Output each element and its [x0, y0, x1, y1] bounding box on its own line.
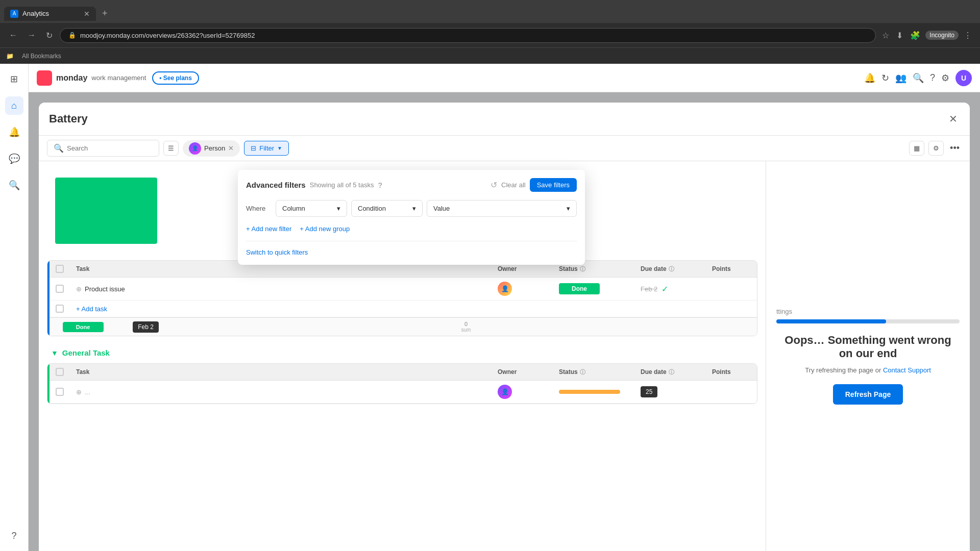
- extension-icon[interactable]: 🧩: [908, 29, 922, 42]
- filter-help-icon[interactable]: ?: [378, 181, 382, 189]
- incognito-icon: Incognito: [925, 31, 959, 40]
- td-owner-1: 👤: [492, 278, 553, 300]
- address-text: moodjoy.monday.com/overviews/263362?user…: [80, 32, 255, 39]
- see-plans-btn[interactable]: • See plans: [152, 71, 199, 85]
- top-search-icon[interactable]: 🔍: [913, 72, 924, 84]
- th-status-2-info-icon[interactable]: ⓘ: [580, 368, 585, 376]
- add-task-checkbox: [50, 300, 70, 317]
- search-icon: 🔍: [54, 143, 64, 153]
- add-group-btn[interactable]: + Add new group: [300, 223, 350, 235]
- table-1-inner: Task Owner Status ⓘ: [50, 261, 757, 336]
- tab-favicon: A: [10, 10, 18, 18]
- td-points-1: [706, 285, 757, 293]
- sidebar-bell-icon[interactable]: 🔔: [5, 123, 23, 141]
- owner-avatar-2: 👤: [498, 385, 512, 399]
- sidebar-grid-icon[interactable]: ⊞: [5, 70, 23, 88]
- group-collapse-icon[interactable]: ▼: [51, 349, 58, 357]
- forward-btn[interactable]: →: [24, 29, 39, 42]
- sidebar-home-icon[interactable]: ⌂: [5, 96, 23, 115]
- th-task-2-label: Task: [76, 368, 89, 375]
- top-update-icon[interactable]: ↻: [881, 72, 889, 84]
- bookmarks-folder-icon: 📁: [6, 53, 14, 60]
- modal-header: Battery ✕: [39, 103, 970, 136]
- clear-history-icon[interactable]: ↺: [491, 180, 497, 190]
- progress-bar-container: [776, 319, 960, 323]
- switch-quick-filter-btn[interactable]: Switch to quick filters: [246, 248, 308, 256]
- group-title: General Task: [62, 348, 110, 357]
- add-filter-btn[interactable]: + Add new filter: [246, 223, 291, 235]
- person-filter-remove[interactable]: ✕: [228, 144, 234, 152]
- modal-close-btn[interactable]: ✕: [947, 111, 960, 127]
- table-1-with-bar: Task Owner Status ⓘ: [47, 261, 757, 336]
- th-duedate-2-label: Due date: [641, 368, 667, 375]
- column-select[interactable]: Column ▾: [276, 200, 347, 217]
- app-top-bar: monday work management • See plans 🔔 ↻ 👥…: [29, 64, 980, 92]
- td-duedate-2: 25: [634, 382, 706, 402]
- status-badge-done[interactable]: Done: [559, 283, 600, 294]
- filter-btn[interactable]: ⊟ Filter ▼: [244, 141, 289, 156]
- tab-close-btn[interactable]: ✕: [84, 10, 90, 18]
- top-bell-icon[interactable]: 🔔: [864, 72, 875, 84]
- lock-icon: 🔒: [68, 32, 76, 39]
- add-task-checkbox-box[interactable]: [56, 305, 64, 313]
- value-select-arrow: ▾: [567, 205, 570, 212]
- modal-toolbar: 🔍 ☰ 👤 Person ✕ ⊟ Filter ▼ ▦ ⚙ •••: [39, 136, 970, 161]
- value-select[interactable]: Value ▾: [427, 200, 577, 217]
- add-task-label[interactable]: + Add task: [76, 305, 107, 313]
- top-settings-icon[interactable]: ⚙: [941, 72, 949, 84]
- back-btn[interactable]: ←: [6, 29, 20, 42]
- td-add-task[interactable]: + Add task: [70, 301, 757, 317]
- error-title: Oops… Something went wrong on our end: [776, 334, 960, 360]
- filter-showing-text: Showing all of 5 tasks: [310, 181, 374, 189]
- group-header[interactable]: ▼ General Task: [47, 342, 757, 363]
- th-duedate-2-info-icon[interactable]: ⓘ: [669, 368, 674, 376]
- all-bookmarks-link[interactable]: All Bookmarks: [22, 53, 61, 60]
- search-input[interactable]: [67, 144, 153, 152]
- row-checkbox-2[interactable]: [56, 388, 64, 396]
- search-box[interactable]: 🔍: [47, 140, 159, 157]
- table-header-2: Task Owner Status ⓘ: [50, 364, 757, 381]
- header-checkbox-1[interactable]: [56, 265, 64, 273]
- top-people-icon[interactable]: 👥: [895, 72, 906, 84]
- download-icon[interactable]: ⬇: [894, 29, 905, 42]
- sidebar-chat-icon[interactable]: 💬: [5, 149, 23, 168]
- refresh-page-btn[interactable]: Refresh Page: [833, 384, 903, 405]
- view-grid-btn[interactable]: ▦: [909, 141, 924, 156]
- refresh-btn[interactable]: ↻: [43, 29, 56, 42]
- task-name-2: ...: [85, 388, 90, 396]
- user-avatar[interactable]: U: [955, 70, 972, 86]
- address-bar[interactable]: 🔒 moodjoy.monday.com/overviews/263362?us…: [60, 28, 876, 43]
- top-help-icon[interactable]: ?: [930, 72, 935, 83]
- sidebar-search-icon[interactable]: 🔍: [5, 176, 23, 194]
- filter-dropdown: Advanced filters Showing all of 5 tasks …: [238, 170, 585, 265]
- person-filter-label: Person: [204, 144, 225, 152]
- task-name-1[interactable]: Product issue: [85, 285, 125, 293]
- sidebar-help-icon[interactable]: ?: [5, 527, 23, 545]
- active-tab[interactable]: A Analytics ✕: [4, 7, 96, 21]
- new-tab-btn[interactable]: +: [98, 7, 112, 20]
- clear-all-btn[interactable]: Clear all: [501, 181, 526, 189]
- error-subtitle: Try refreshing the page or Contact Suppo…: [805, 366, 931, 374]
- logo-icon: [37, 70, 52, 86]
- save-filters-btn[interactable]: Save filters: [530, 178, 577, 192]
- more-options-btn[interactable]: •••: [948, 141, 962, 156]
- settings-btn[interactable]: ⚙: [928, 141, 944, 156]
- person-filter-chip[interactable]: 👤 Person ✕: [183, 140, 240, 157]
- task-icon-2: ⊕: [76, 388, 82, 396]
- status-badge-working[interactable]: [559, 390, 620, 394]
- green-chart-block: [55, 178, 157, 244]
- menu-icon[interactable]: ⋮: [962, 29, 974, 42]
- th-duedate-info-icon[interactable]: ⓘ: [669, 265, 674, 273]
- logo-text: monday: [56, 73, 87, 83]
- sum-status-area: Done: [50, 318, 116, 336]
- th-status-info-icon[interactable]: ⓘ: [580, 265, 585, 273]
- condition-select[interactable]: Condition ▾: [351, 200, 423, 217]
- table-2-inner: Task Owner Status ⓘ: [50, 364, 757, 404]
- th-status-2-label: Status: [559, 368, 578, 375]
- filter-title-group: Advanced filters Showing all of 5 tasks …: [246, 181, 382, 189]
- bookmark-star-icon[interactable]: ☆: [880, 29, 891, 42]
- header-checkbox-2[interactable]: [56, 368, 64, 376]
- row-checkbox-1[interactable]: [56, 285, 64, 293]
- list-view-btn[interactable]: ☰: [163, 141, 179, 156]
- contact-support-link[interactable]: Contact Support: [883, 366, 931, 374]
